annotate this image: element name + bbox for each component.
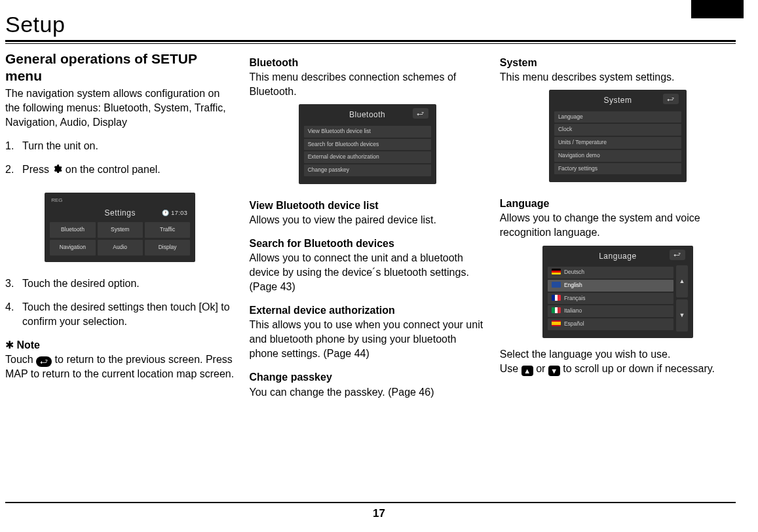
shot-back-icon: ⮐ [413, 108, 428, 119]
shot-row: Italiano [548, 305, 673, 317]
step-4: 4. Touch the desired settings then touch… [5, 300, 235, 329]
shot-row: Units / Temperature [554, 137, 681, 149]
shot-row: Change passkey [304, 164, 431, 176]
shot-title: Bluetooth [349, 109, 385, 121]
subheading-search-devices: Search for Bluetooth devices [250, 237, 485, 251]
shot-top-left: REG [51, 197, 62, 204]
content-columns: General operations of SETUP menu The nav… [5, 50, 736, 400]
step-number: 1. [5, 139, 22, 153]
language-instruction-2: Use ▲ or ▼ to scroll up or down if neces… [500, 362, 736, 377]
step-number: 2. [5, 162, 22, 178]
column-right: System This menu describes system settin… [500, 50, 736, 400]
shot-scroll-down-icon: ▼ [676, 299, 688, 332]
intro-system: This menu describes system settings. [500, 70, 736, 85]
desc-view-device-list: Allows you to view the paired device lis… [250, 213, 485, 227]
screenshot-settings: REG Settings 🕐 17:03 Bluetooth System Tr… [45, 193, 195, 262]
desc-language: Allows you to change the system and voic… [500, 211, 736, 240]
shot-tile: Bluetooth [50, 222, 95, 238]
shot-row: Français [548, 293, 673, 305]
column-middle: Bluetooth This menu describes connection… [250, 50, 485, 400]
shot-row: Search for Bluetooth devices [304, 139, 431, 151]
scroll-up-icon: ▲ [521, 366, 533, 376]
step-2: 2. Press on the control panel. [5, 162, 235, 178]
gear-icon [52, 164, 62, 178]
shot-title: Settings [105, 208, 136, 219]
shot-back-icon: ⮐ [663, 94, 679, 104]
shot-tile: Audio [98, 240, 143, 256]
shot-tile: Traffic [145, 222, 190, 238]
screenshot-language: Language ⮐ Deutsch English Français Ital… [542, 246, 693, 338]
shot-clock: 17:03 [171, 210, 187, 216]
intro-bluetooth: This menu describes connection schemes o… [250, 70, 485, 99]
step-text-part: on the control panel. [66, 164, 161, 175]
page-title: Setup [5, 12, 65, 37]
instr-part: to scroll up or down if necessary. [563, 363, 715, 374]
language-instruction-1: Select the language you wish to use. [500, 347, 736, 362]
heading-system: System [500, 56, 736, 70]
shot-row: View Bluetooth device list [304, 126, 431, 138]
note-part: Touch [5, 354, 36, 365]
heading-general-operations: General operations of SETUP menu [5, 50, 235, 85]
step-3: 3. Touch the desired option. [5, 276, 235, 291]
shot-row: Clock [554, 124, 681, 136]
instr-part: or [536, 363, 548, 374]
desc-external-auth: This allows you to use when you connect … [250, 318, 485, 361]
shot-row: Navigation demo [554, 150, 681, 162]
steps-list-cont: 3. Touch the desired option. 4. Touch th… [5, 276, 235, 329]
scroll-down-icon: ▼ [548, 366, 560, 376]
step-number: 4. [5, 300, 22, 329]
subheading-language: Language [500, 197, 736, 211]
shot-row: Language [554, 111, 681, 123]
shot-title: Language [599, 251, 636, 262]
step-text: Press on the control panel. [22, 162, 235, 178]
intro-general-operations: The navigation system allows configurati… [5, 86, 235, 130]
page-corner-tab [691, 0, 744, 18]
shot-row-selected: English [548, 280, 673, 292]
footer-rule [5, 502, 736, 503]
note-body: Touch ⮐ to return to the previous screen… [5, 352, 235, 381]
column-left: General operations of SETUP menu The nav… [5, 50, 235, 400]
instr-part: Use [500, 363, 521, 374]
note-heading: ✱ Note [5, 338, 235, 352]
step-text: Touch the desired option. [22, 276, 235, 291]
step-number: 3. [5, 276, 22, 291]
shot-row: Factory settings [554, 163, 681, 175]
back-icon: ⮐ [36, 356, 52, 367]
page-number: 17 [0, 507, 758, 520]
step-1: 1. Turn the unit on. [5, 139, 235, 153]
step-text: Touch the desired settings then touch [O… [22, 300, 235, 329]
step-text-part: Press [22, 164, 52, 175]
steps-list: 1. Turn the unit on. 2. Press on the con… [5, 139, 235, 178]
desc-change-passkey: You can change the passkey. (Page 46) [250, 385, 485, 400]
shot-back-icon: ⮐ [670, 250, 685, 260]
screenshot-bluetooth: Bluetooth ⮐ View Bluetooth device list S… [299, 104, 436, 183]
step-text: Turn the unit on. [22, 139, 235, 153]
shot-row: Español [548, 318, 673, 330]
shot-tile: System [98, 222, 143, 238]
subheading-view-device-list: View Bluetooth device list [250, 199, 485, 213]
shot-scroll-up-icon: ▲ [676, 265, 688, 297]
shot-tile: Navigation [50, 240, 95, 256]
subheading-change-passkey: Change passkey [250, 370, 485, 385]
heading-bluetooth: Bluetooth [250, 56, 485, 70]
desc-search-devices: Allows you to connect the unit and a blu… [250, 251, 485, 294]
shot-title: System [603, 95, 632, 106]
shot-tile: Display [145, 240, 190, 256]
title-rule-thin [5, 43, 736, 44]
subheading-external-auth: External device authorization [250, 303, 485, 318]
screenshot-system: System ⮐ Language Clock Units / Temperat… [549, 90, 687, 182]
shot-row: Deutsch [548, 267, 673, 278]
shot-row: External device authorization [304, 151, 431, 163]
title-rule-thick [5, 40, 736, 42]
